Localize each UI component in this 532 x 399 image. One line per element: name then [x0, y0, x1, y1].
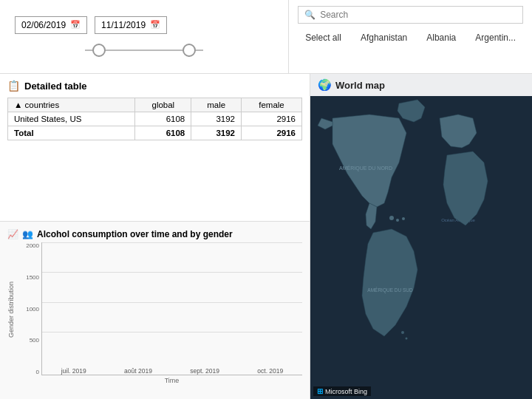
map-title-bar: 🌍 World map: [310, 74, 532, 96]
col-female[interactable]: female: [242, 98, 302, 112]
chart-panel: 📈 👥 Alcohol consumption over time and by…: [0, 222, 310, 399]
chart-area: Gender distribution 2000 1500 1000 500 0: [7, 242, 302, 384]
y-tick-0: 0: [19, 369, 39, 375]
country-btn-argentina[interactable]: Argentin...: [468, 30, 523, 46]
svg-point-2: [396, 219, 399, 222]
map-title-text: World map: [335, 80, 385, 91]
svg-point-4: [401, 331, 404, 334]
start-date-value: 02/06/2019: [21, 20, 66, 30]
total-label: Total: [8, 126, 135, 140]
y-tick-1000: 1000: [19, 306, 39, 313]
date-inputs-row: 02/06/2019 📅 11/11/2019 📅: [15, 16, 273, 34]
country-filter-panel: 🔍 Select all Afghanistan Albania Argenti…: [289, 0, 532, 73]
sort-arrow: ▲: [14, 100, 22, 109]
col-global[interactable]: global: [135, 98, 191, 112]
date-panel: 02/06/2019 📅 11/11/2019 📅: [0, 0, 289, 73]
south-america-label: AMÉRIQUE DU SUD: [367, 287, 413, 293]
x-axis-title: Time: [41, 377, 302, 384]
north-america-label: AMÉRIQUE DU NORD: [339, 165, 392, 171]
y-tick-500: 500: [19, 337, 39, 344]
search-box[interactable]: 🔍: [298, 6, 523, 24]
date-slider-track: [15, 43, 273, 58]
start-date-box[interactable]: 02/06/2019 📅: [15, 16, 87, 34]
start-cal-icon: 📅: [70, 20, 81, 30]
slider-line: [85, 50, 203, 51]
end-cal-icon: 📅: [150, 20, 160, 30]
chart-icon2: 👥: [22, 229, 33, 239]
cell-country: United States, US: [8, 112, 135, 126]
table-title-text: Detailed table: [24, 81, 87, 92]
cell-female: 2916: [242, 112, 302, 126]
bing-icon: ⊞: [317, 387, 323, 395]
top-row: 02/06/2019 📅 11/11/2019 📅 🔍: [0, 0, 532, 74]
chart-title-text: Alcohol consumption over time and by gen…: [37, 229, 233, 239]
main-container: 02/06/2019 📅 11/11/2019 📅 🔍: [0, 0, 532, 399]
country-btn-albania[interactable]: Albania: [419, 30, 463, 46]
total-global: 6108: [135, 126, 191, 140]
bars-area: [42, 242, 302, 348]
x-label-oct: oct. 2019: [257, 367, 283, 375]
bing-logo: ⊞ Microsoft Bing: [313, 386, 371, 396]
select-all-button[interactable]: Select all: [298, 30, 349, 46]
total-male: 3192: [191, 126, 242, 140]
x-label-jul: juil. 2019: [61, 367, 86, 375]
map-panel: 🌍 World map: [310, 74, 532, 399]
search-icon: 🔍: [304, 10, 316, 20]
svg-point-1: [389, 216, 394, 220]
end-date-box[interactable]: 11/11/2019 📅: [95, 16, 167, 34]
x-label-aug: août 2019: [124, 367, 152, 375]
y-axis-label: Gender distribution: [7, 242, 19, 384]
cell-global: 6108: [135, 112, 191, 126]
y-tick-1500: 1500: [19, 274, 39, 281]
total-row: Total 6108 3192 2916: [8, 126, 302, 140]
col-countries-label: countries: [25, 100, 60, 109]
data-table: ▲ countries global male female United St…: [7, 98, 302, 140]
map-svg: AMÉRIQUE DU NORD AMÉRIQUE DU SUD Océan A…: [310, 74, 532, 399]
x-label-sep: sept. 2019: [190, 367, 219, 375]
country-btn-afghanistan[interactable]: Afghanistan: [353, 30, 415, 46]
cell-male: 3192: [191, 112, 242, 126]
table-panel-title: 📋 Detailed table: [7, 80, 302, 92]
end-date-value: 11/11/2019: [101, 20, 146, 30]
chart-title: 📈 👥 Alcohol consumption over time and by…: [7, 229, 302, 239]
chart-icon: 📈: [7, 229, 18, 239]
slider-thumb-end[interactable]: [183, 44, 196, 57]
y-tick-2000: 2000: [19, 242, 39, 249]
search-input[interactable]: [320, 10, 516, 20]
col-countries[interactable]: ▲ countries: [8, 98, 135, 112]
table-icon: 📋: [7, 80, 20, 92]
slider-thumb-start[interactable]: [92, 44, 106, 57]
globe-icon: 🌍: [318, 78, 332, 92]
country-buttons-row: Select all Afghanistan Albania Argentin.…: [298, 30, 523, 46]
x-axis-labels: juil. 2019 août 2019 sept. 2019 oct. 201…: [42, 367, 302, 375]
table-panel: 📋 Detailed table ▲ countries global male…: [0, 74, 310, 222]
total-female: 2916: [242, 126, 302, 140]
left-panels: 📋 Detailed table ▲ countries global male…: [0, 74, 310, 399]
col-male[interactable]: male: [191, 98, 242, 112]
table-row: United States, US 6108 3192 2916: [8, 112, 302, 126]
svg-point-3: [402, 217, 405, 220]
svg-point-5: [406, 338, 408, 340]
bottom-row: 📋 Detailed table ▲ countries global male…: [0, 74, 532, 399]
bing-label: Microsoft Bing: [325, 388, 367, 395]
